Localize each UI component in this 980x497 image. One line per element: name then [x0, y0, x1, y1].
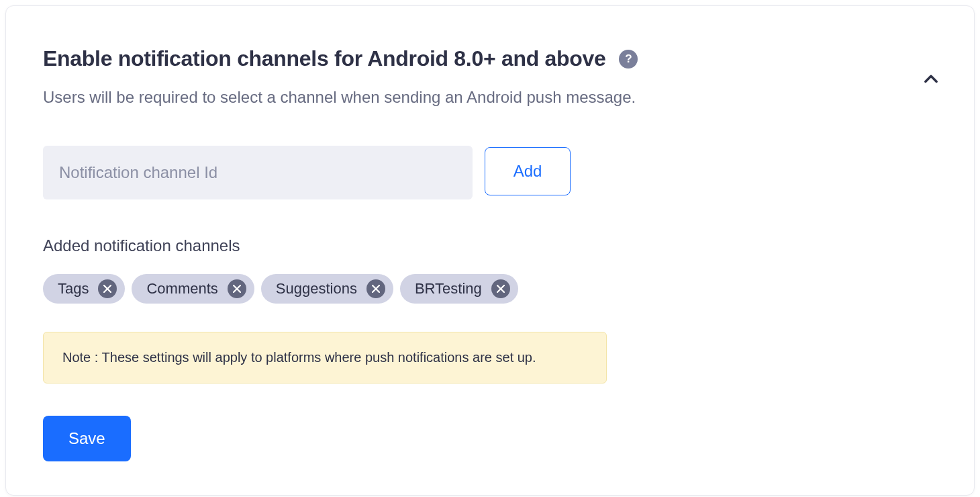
chip-label: Comments: [146, 280, 217, 298]
channel-chip: Tags: [43, 274, 125, 304]
chip-label: Suggestions: [276, 280, 357, 298]
added-channels-label: Added notification channels: [43, 236, 937, 255]
note-box: Note : These settings will apply to plat…: [43, 332, 607, 383]
notification-channels-card: Enable notification channels for Android…: [5, 5, 975, 496]
channel-chip: Suggestions: [261, 274, 393, 304]
close-icon: [233, 285, 241, 293]
header-row: Enable notification channels for Android…: [43, 46, 937, 71]
chip-remove-button[interactable]: [491, 279, 510, 298]
page-title: Enable notification channels for Android…: [43, 46, 605, 71]
chip-remove-button[interactable]: [98, 279, 117, 298]
close-icon: [103, 285, 111, 293]
channel-input-row: Add: [43, 146, 937, 199]
add-button[interactable]: Add: [485, 147, 571, 195]
save-button[interactable]: Save: [43, 416, 131, 461]
chip-label: BRTesting: [415, 280, 482, 298]
help-icon[interactable]: ?: [619, 50, 638, 69]
chip-label: Tags: [58, 280, 89, 298]
page-subtitle: Users will be required to select a chann…: [43, 86, 937, 109]
close-icon: [497, 285, 505, 293]
close-icon: [372, 285, 380, 293]
chip-remove-button[interactable]: [228, 279, 246, 298]
chevron-up-icon: [922, 70, 940, 89]
channel-chip: BRTesting: [400, 274, 518, 304]
chip-remove-button[interactable]: [366, 279, 385, 298]
channel-id-input[interactable]: [43, 146, 473, 199]
chips-row: Tags Comments Suggestions: [43, 274, 937, 304]
collapse-toggle[interactable]: [922, 70, 940, 91]
channel-chip: Comments: [132, 274, 254, 304]
